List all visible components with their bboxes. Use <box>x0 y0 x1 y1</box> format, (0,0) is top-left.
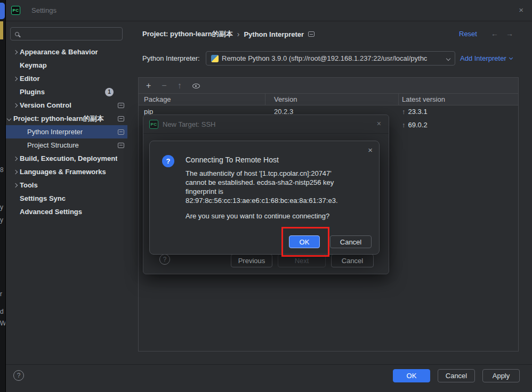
add-interpreter-label: Add Interpreter <box>460 54 506 62</box>
upgrade-available-icon: ↑ <box>402 121 406 129</box>
close-icon[interactable]: × <box>377 119 381 128</box>
breadcrumb-page: Python Interpreter <box>244 30 304 38</box>
apply-button[interactable]: Apply <box>482 369 520 382</box>
background-blue-icon <box>0 3 5 19</box>
sidebar-item-appearance-behavior[interactable]: Appearance & Behavior <box>6 45 127 59</box>
window-title: Settings <box>31 6 57 14</box>
sidebar-item-label: Python Interpreter <box>27 128 83 136</box>
message-line: The authenticity of host '[1.tcp.cpolar.… <box>186 169 338 178</box>
sidebar-item-languages-frameworks[interactable]: Languages & Frameworks <box>6 165 127 178</box>
sidebar-item-label: Build, Execution, Deployment <box>20 154 117 162</box>
sidebar-item-tools[interactable]: Tools <box>6 178 127 192</box>
sidebar-item-python-interpreter[interactable]: Python Interpreter <box>6 125 127 138</box>
sidebar-item-project[interactable]: Project: python-learn的副本 <box>6 112 127 125</box>
background-text-fragment: r <box>0 290 5 298</box>
sidebar-item-label: Languages & Frameworks <box>20 168 106 176</box>
chevron-right-icon <box>13 50 18 54</box>
sidebar-item-version-control[interactable]: Version Control <box>6 99 127 112</box>
sidebar-item-label: Tools <box>20 181 38 189</box>
previous-button[interactable]: Previous <box>231 254 272 267</box>
help-icon[interactable]: ? <box>13 370 24 381</box>
message-line: fingerprint is <box>186 187 338 196</box>
back-icon[interactable]: ← <box>491 29 498 38</box>
sidebar-item-editor[interactable]: Editor <box>6 72 127 85</box>
sidebar-item-label: Project Structure <box>27 141 79 149</box>
add-package-icon[interactable]: + <box>146 81 151 90</box>
sidebar-item-label: Settings Sync <box>20 194 66 202</box>
settings-search-box[interactable] <box>10 27 123 40</box>
sidebar-item-build-execution-deployment[interactable]: Build, Execution, Deployment <box>6 152 127 165</box>
sidebar-item-plugins[interactable]: Plugins 1 <box>6 85 127 99</box>
package-table-header: Package Version Latest version <box>139 94 518 105</box>
background-text-fragment: W <box>0 320 5 327</box>
sidebar-item-settings-sync[interactable]: Settings Sync <box>6 192 127 205</box>
chevron-right-icon <box>13 183 18 187</box>
pycharm-app-icon: PC <box>149 120 158 129</box>
dialog-title: New Target: SSH <box>163 120 215 128</box>
python-icon <box>211 55 219 62</box>
background-yellow-bar <box>0 21 3 39</box>
background-text-fragment: y <box>0 203 5 211</box>
breadcrumb: Project: python-learn的副本 › Python Interp… <box>142 29 315 39</box>
close-icon[interactable]: × <box>368 145 373 154</box>
cancel-button[interactable]: Cancel <box>331 254 374 267</box>
chevron-right-icon <box>13 76 18 80</box>
next-button[interactable]: Next <box>278 254 326 267</box>
forward-icon[interactable]: → <box>506 29 513 38</box>
dialog-message: The authenticity of host '[1.tcp.cpolar.… <box>186 169 338 205</box>
latest-version-value: 69.0.2 <box>408 121 428 129</box>
sidebar-item-label: Editor <box>20 75 40 83</box>
dialog-question: Are you sure you want to continue connec… <box>186 212 329 220</box>
chevron-down-icon <box>509 56 513 60</box>
add-interpreter-link[interactable]: Add Interpreter <box>460 54 512 62</box>
breadcrumb-project[interactable]: Project: python-learn的副本 <box>142 29 233 39</box>
column-header-package[interactable]: Package <box>144 95 171 103</box>
module-settings-icon[interactable] <box>308 31 315 37</box>
latest-version-value: 23.3.1 <box>408 108 428 116</box>
reset-link[interactable]: Reset <box>459 30 477 38</box>
settings-titlebar: PC Settings × <box>6 0 532 21</box>
interpreter-label: Python Interpreter: <box>142 54 200 62</box>
upgrade-package-icon[interactable]: ↑ <box>178 81 182 90</box>
package-toolbar: + − ↑ <box>139 78 518 94</box>
interpreter-selected-value: Remote Python 3.9.0 (sftp://root@192.168… <box>222 54 444 62</box>
settings-tree: Appearance & Behavior Keymap Editor Plug… <box>6 45 127 218</box>
upgrade-available-icon: ↑ <box>402 108 406 116</box>
module-settings-icon <box>118 129 124 135</box>
help-icon[interactable]: ? <box>159 254 170 265</box>
ok-button[interactable]: OK <box>393 369 430 382</box>
column-header-version[interactable]: Version <box>274 95 297 103</box>
sidebar-item-advanced-settings[interactable]: Advanced Settings <box>6 205 127 218</box>
sidebar-item-keymap[interactable]: Keymap <box>6 59 127 72</box>
ok-button[interactable]: OK <box>289 235 320 248</box>
cancel-button[interactable]: Cancel <box>330 235 372 248</box>
chevron-down-icon <box>7 116 11 120</box>
sidebar-item-label: Project: python-learn的副本 <box>13 114 104 124</box>
background-text-fragment: d <box>0 308 5 315</box>
connecting-to-remote-host-dialog: × ? Connecting To Remote Host The authen… <box>149 141 380 255</box>
dialog-title-divider <box>143 133 389 134</box>
screen: 8 y y r d W PC Settings × Appearance & B… <box>0 0 532 392</box>
package-latest-version: ↑23.3.1 <box>402 108 428 116</box>
remove-package-icon[interactable]: − <box>162 81 166 90</box>
plugins-count-badge: 1 <box>105 88 114 96</box>
package-latest-version: ↑69.0.2 <box>402 121 428 129</box>
module-settings-icon <box>118 116 124 121</box>
eye-icon[interactable] <box>192 82 199 89</box>
cancel-button[interactable]: Cancel <box>438 369 475 382</box>
sidebar-item-label: Advanced Settings <box>20 208 82 216</box>
close-icon[interactable]: × <box>519 5 523 14</box>
background-text-fragment: y <box>0 216 5 224</box>
sidebar-item-label: Keymap <box>20 61 47 69</box>
dialog-title: Connecting To Remote Host <box>186 156 279 164</box>
column-header-latest-version[interactable]: Latest version <box>402 95 445 103</box>
breadcrumb-separator-icon: › <box>237 30 240 38</box>
interpreter-combobox[interactable]: Remote Python 3.9.0 (sftp://root@192.168… <box>206 51 455 66</box>
module-settings-icon <box>118 143 124 148</box>
sidebar-item-label: Version Control <box>20 101 71 109</box>
search-icon <box>15 32 19 36</box>
chevron-right-icon <box>13 156 18 160</box>
module-settings-icon <box>118 103 124 108</box>
sidebar-item-project-structure[interactable]: Project Structure <box>6 138 127 152</box>
settings-search-input[interactable] <box>23 30 118 38</box>
